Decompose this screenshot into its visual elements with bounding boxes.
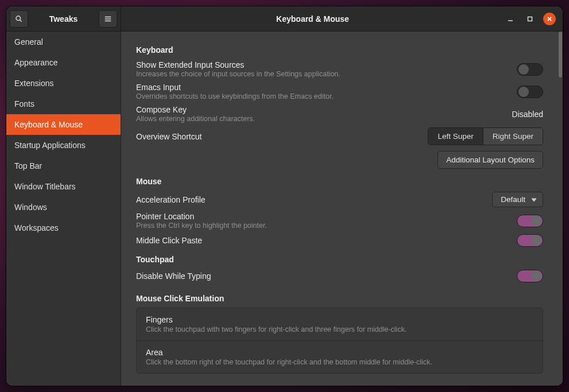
sidebar-item-fonts[interactable]: Fonts bbox=[6, 94, 121, 114]
emulation-option-area[interactable]: Area Click the bottom right of the touch… bbox=[137, 341, 543, 373]
sidebar-item-top-bar[interactable]: Top Bar bbox=[6, 156, 121, 176]
compose-key-label: Compose Key bbox=[136, 105, 503, 114]
additional-layout-options-button[interactable]: Additional Layout Options bbox=[438, 151, 543, 169]
emulation-area-desc: Click the bottom right of the touchpad f… bbox=[146, 358, 533, 366]
app-title: Tweaks bbox=[32, 14, 95, 24]
emulation-option-fingers[interactable]: Fingers Click the touchpad with two fing… bbox=[137, 308, 543, 341]
pointer-location-toggle[interactable] bbox=[517, 215, 543, 227]
chevron-down-icon bbox=[531, 197, 537, 203]
overview-shortcut-label: Overview Shortcut bbox=[136, 132, 419, 141]
menu-button[interactable] bbox=[99, 10, 117, 28]
svg-line-1 bbox=[20, 20, 22, 21]
window-controls bbox=[504, 13, 563, 25]
compose-key-value[interactable]: Disabled bbox=[512, 110, 543, 119]
emulation-fingers-desc: Click the touchpad with two fingers for … bbox=[146, 325, 533, 333]
headerbar-right: Keyboard & Mouse bbox=[121, 6, 563, 31]
sidebar-item-label: Fonts bbox=[14, 99, 34, 108]
disable-while-typing-label: Disable While Typing bbox=[136, 271, 508, 281]
maximize-button[interactable] bbox=[524, 13, 536, 25]
acceleration-profile-select[interactable]: Default bbox=[492, 192, 543, 207]
headerbar: Tweaks Keyboard & Mouse bbox=[6, 6, 563, 32]
minimize-button[interactable] bbox=[504, 13, 517, 25]
sidebar-item-label: Startup Applications bbox=[14, 141, 86, 150]
sidebar-item-label: Window Titlebars bbox=[14, 182, 76, 191]
sidebar-item-startup-applications[interactable]: Startup Applications bbox=[6, 135, 121, 156]
emacs-input-toggle[interactable] bbox=[517, 86, 543, 98]
sidebar-item-label: Extensions bbox=[14, 79, 53, 88]
overview-shortcut-right-super[interactable]: Right Super bbox=[483, 128, 543, 145]
pointer-location-label: Pointer Location bbox=[136, 212, 508, 221]
middle-click-paste-toggle[interactable] bbox=[517, 234, 543, 247]
pointer-location-desc: Press the Ctrl key to highlight the poin… bbox=[136, 222, 508, 230]
sidebar: General Appearance Extensions Fonts Keyb… bbox=[6, 32, 121, 386]
section-mouse-title: Mouse bbox=[136, 177, 543, 186]
scrollbar-thumb[interactable] bbox=[559, 32, 562, 77]
row-compose-key: Compose Key Allows entering additional c… bbox=[136, 103, 543, 125]
sidebar-item-workspaces[interactable]: Workspaces bbox=[6, 218, 121, 238]
scrollbar[interactable] bbox=[558, 32, 563, 386]
sidebar-item-general[interactable]: General bbox=[6, 32, 121, 52]
row-acceleration-profile: Acceleration Profile Default bbox=[136, 189, 543, 209]
mouse-click-emulation-box: Fingers Click the touchpad with two fing… bbox=[136, 308, 543, 374]
section-keyboard-title: Keyboard bbox=[136, 45, 543, 55]
emacs-input-label: Emacs Input bbox=[136, 83, 508, 92]
app-window: Tweaks Keyboard & Mouse General bbox=[6, 6, 563, 386]
content-wrap: Keyboard Show Extended Input Sources Inc… bbox=[121, 32, 563, 386]
sidebar-item-keyboard-mouse[interactable]: Keyboard & Mouse bbox=[6, 114, 121, 135]
maximize-icon bbox=[527, 16, 533, 22]
extended-sources-label: Show Extended Input Sources bbox=[136, 60, 508, 69]
content: Keyboard Show Extended Input Sources Inc… bbox=[121, 32, 558, 386]
row-additional-layout: Additional Layout Options bbox=[136, 148, 543, 171]
search-button[interactable] bbox=[10, 10, 28, 28]
row-extended-input-sources: Show Extended Input Sources Increases th… bbox=[136, 58, 543, 80]
search-icon bbox=[15, 15, 23, 23]
svg-point-0 bbox=[16, 16, 21, 21]
section-touchpad-title: Touchpad bbox=[136, 255, 543, 264]
overview-shortcut-segmented: Left Super Right Super bbox=[428, 127, 543, 145]
sidebar-item-appearance[interactable]: Appearance bbox=[6, 52, 121, 73]
emacs-input-desc: Overrides shortcuts to use keybindings f… bbox=[136, 92, 508, 100]
hamburger-icon bbox=[104, 15, 112, 23]
overview-shortcut-left-super[interactable]: Left Super bbox=[428, 128, 483, 145]
row-middle-click-paste: Middle Click Paste bbox=[136, 232, 543, 249]
sidebar-item-label: Windows bbox=[14, 203, 47, 212]
acceleration-profile-label: Acceleration Profile bbox=[136, 195, 483, 204]
sidebar-item-label: Top Bar bbox=[14, 161, 42, 170]
row-emacs-input: Emacs Input Overrides shortcuts to use k… bbox=[136, 80, 543, 103]
sidebar-item-window-titlebars[interactable]: Window Titlebars bbox=[6, 176, 121, 197]
row-pointer-location: Pointer Location Press the Ctrl key to h… bbox=[136, 209, 543, 232]
middle-click-paste-label: Middle Click Paste bbox=[136, 236, 508, 245]
emulation-area-label: Area bbox=[146, 348, 533, 357]
sidebar-item-windows[interactable]: Windows bbox=[6, 197, 121, 218]
row-disable-while-typing: Disable While Typing bbox=[136, 267, 543, 285]
extended-sources-toggle[interactable] bbox=[517, 63, 543, 76]
extended-sources-desc: Increases the choice of input sources in… bbox=[136, 70, 508, 78]
close-button[interactable] bbox=[543, 13, 556, 25]
close-icon bbox=[547, 16, 552, 22]
acceleration-profile-value: Default bbox=[501, 195, 525, 204]
sidebar-item-extensions[interactable]: Extensions bbox=[6, 73, 121, 94]
svg-rect-6 bbox=[528, 17, 532, 21]
sidebar-item-label: Keyboard & Mouse bbox=[14, 120, 83, 129]
row-overview-shortcut: Overview Shortcut Left Super Right Super bbox=[136, 125, 543, 148]
svg-marker-9 bbox=[532, 199, 536, 201]
headerbar-left: Tweaks bbox=[6, 6, 121, 31]
sidebar-item-label: General bbox=[14, 37, 43, 46]
disable-while-typing-toggle[interactable] bbox=[517, 270, 543, 282]
window-body: General Appearance Extensions Fonts Keyb… bbox=[6, 32, 563, 386]
sidebar-item-label: Workspaces bbox=[14, 223, 59, 232]
emulation-fingers-label: Fingers bbox=[146, 315, 533, 324]
compose-key-desc: Allows entering additional characters. bbox=[136, 115, 503, 123]
sidebar-item-label: Appearance bbox=[14, 58, 58, 67]
mouse-click-emulation-title: Mouse Click Emulation bbox=[136, 294, 543, 303]
minimize-icon bbox=[508, 16, 513, 22]
page-title: Keyboard & Mouse bbox=[121, 14, 504, 24]
